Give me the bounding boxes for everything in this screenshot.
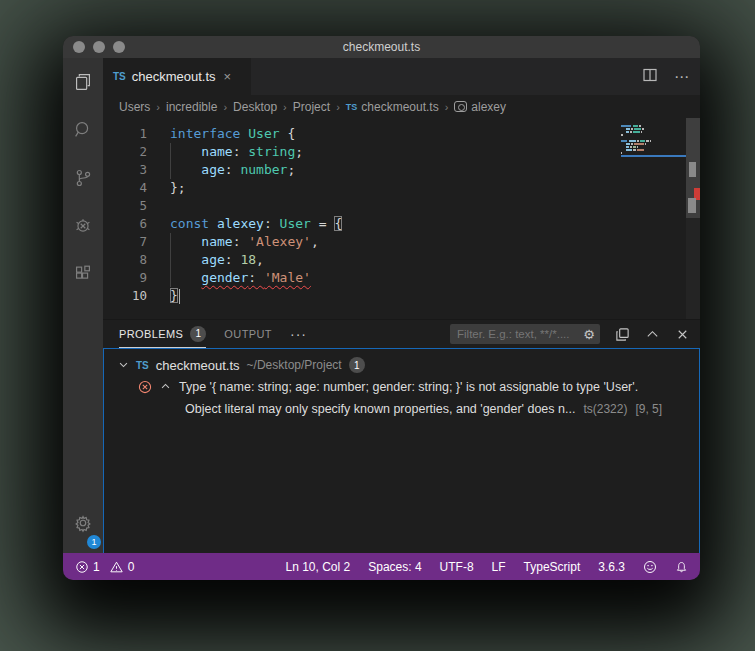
overview-ruler-mark xyxy=(689,162,696,177)
problems-file-path: ~/Desktop/Project xyxy=(247,358,342,372)
code-text: name: 'Alexey', xyxy=(170,233,319,251)
line-number: 4 xyxy=(103,179,147,197)
line-number: 7 xyxy=(103,233,147,251)
tab-problems[interactable]: PROBLEMS 1 xyxy=(119,320,206,348)
title-bar[interactable]: checkmeout.ts xyxy=(63,36,700,58)
split-editor-icon[interactable] xyxy=(642,67,658,87)
code-line-7[interactable]: 7 name: 'Alexey', xyxy=(103,233,700,251)
status-bar: 1 0 Ln 10, Col 2 Spaces: 4 UTF-8 LF Type… xyxy=(63,553,700,580)
tab-output[interactable]: OUTPUT xyxy=(224,320,272,348)
code-line-10[interactable]: 10} xyxy=(103,287,700,305)
code-line-5[interactable]: 5 xyxy=(103,197,700,215)
tab-checkmeout[interactable]: TS checkmeout.ts × xyxy=(103,58,251,95)
code-line-4[interactable]: 4}; xyxy=(103,179,700,197)
problems-file-name: checkmeout.ts xyxy=(156,358,240,373)
minimap-line xyxy=(621,131,683,133)
code-line-9[interactable]: 9 gender: 'Male' xyxy=(103,269,700,287)
error-position: [9, 5] xyxy=(635,402,662,416)
eol-setting[interactable]: LF xyxy=(492,560,506,574)
debug-icon[interactable] xyxy=(63,202,103,250)
code-line-3[interactable]: 3 age: number; xyxy=(103,161,700,179)
search-icon[interactable] xyxy=(63,106,103,154)
status-error-count: 1 xyxy=(93,560,100,574)
minimap-line xyxy=(621,143,683,145)
line-number: 1 xyxy=(103,125,147,143)
breadcrumb-separator: › xyxy=(336,101,340,113)
panel-more-tabs-icon[interactable]: ··· xyxy=(290,326,307,342)
breadcrumb-item-project[interactable]: Project xyxy=(293,100,330,114)
breadcrumb-item-incredible[interactable]: incredible xyxy=(166,100,217,114)
breadcrumb-item-alexey[interactable]: alexey xyxy=(454,100,506,114)
problems-file-row[interactable]: TS checkmeout.ts ~/Desktop/Project 1 xyxy=(104,354,699,376)
editor-scrollbar[interactable] xyxy=(686,118,700,319)
problem-row[interactable]: Type '{ name: string; age: number; gende… xyxy=(104,376,699,398)
overview-ruler-mark xyxy=(688,198,696,213)
problems-filter[interactable]: ⚙ xyxy=(450,324,600,344)
minimap-line xyxy=(621,134,683,136)
typescript-file-icon: TS xyxy=(346,102,358,112)
breadcrumb-label: Project xyxy=(293,100,330,114)
minimap-active-line xyxy=(621,155,689,157)
maximize-panel-icon[interactable] xyxy=(645,327,660,342)
close-panel-icon[interactable] xyxy=(675,327,690,342)
problems-panel: TS checkmeout.ts ~/Desktop/Project 1 Typ… xyxy=(103,348,700,553)
source-control-icon[interactable] xyxy=(63,154,103,202)
code-text: const alexey: User = { xyxy=(170,215,342,233)
breadcrumb-item-checkmeout-ts[interactable]: TScheckmeout.ts xyxy=(346,100,439,114)
breadcrumb-separator: › xyxy=(156,101,160,113)
code-line-6[interactable]: 6const alexey: User = { xyxy=(103,215,700,233)
minimap-line xyxy=(621,152,683,154)
minimap-line xyxy=(621,149,683,151)
breadcrumb-item-desktop[interactable]: Desktop xyxy=(233,100,277,114)
breadcrumb-label: Users xyxy=(119,100,150,114)
symbol-variable-icon xyxy=(454,101,467,112)
problems-status[interactable]: 1 0 xyxy=(75,560,134,574)
minimap-line xyxy=(621,146,683,148)
encoding-setting[interactable]: UTF-8 xyxy=(440,560,474,574)
typescript-file-icon: TS xyxy=(113,71,126,82)
line-number: 2 xyxy=(103,143,147,161)
code-editor[interactable]: 1interface User {2 name: string;3 age: n… xyxy=(103,118,700,320)
breadcrumb-item-users[interactable]: Users xyxy=(119,100,150,114)
line-number: 6 xyxy=(103,215,147,233)
indentation-setting[interactable]: Spaces: 4 xyxy=(368,560,421,574)
notifications-bell-icon[interactable] xyxy=(675,560,688,574)
code-line-2[interactable]: 2 name: string; xyxy=(103,143,700,161)
minimap-line xyxy=(621,125,683,127)
explorer-icon[interactable] xyxy=(63,58,103,106)
settings-gear-icon[interactable]: 1 xyxy=(63,499,103,547)
problems-tab-label: PROBLEMS xyxy=(119,328,183,340)
chevron-down-icon[interactable] xyxy=(118,359,129,372)
problem-detail-row[interactable]: Object literal may only specify known pr… xyxy=(104,398,699,420)
code-text: name: string; xyxy=(170,143,303,161)
more-actions-icon[interactable]: ⋯ xyxy=(674,68,690,86)
code-line-1[interactable]: 1interface User { xyxy=(103,125,700,143)
error-source: ts(2322) xyxy=(583,402,627,416)
minimap[interactable] xyxy=(621,125,683,157)
breadcrumb-label: alexey xyxy=(471,100,506,114)
tab-close-icon[interactable]: × xyxy=(224,69,232,84)
collapse-all-icon[interactable] xyxy=(615,327,630,342)
error-message: Type '{ name: string; age: number; gende… xyxy=(179,380,638,394)
error-icon xyxy=(138,380,152,394)
filter-input[interactable] xyxy=(457,328,583,340)
breadcrumb-label: Desktop xyxy=(233,100,277,114)
file-problems-badge: 1 xyxy=(349,357,365,373)
code-line-8[interactable]: 8 age: 18, xyxy=(103,251,700,269)
chevron-up-icon[interactable] xyxy=(160,381,171,394)
breadcrumb-label: checkmeout.ts xyxy=(361,100,438,114)
status-warning-count: 0 xyxy=(128,560,135,574)
line-number: 9 xyxy=(103,269,147,287)
breadcrumb-label: incredible xyxy=(166,100,217,114)
filter-icon[interactable]: ⚙ xyxy=(583,328,595,341)
language-mode[interactable]: TypeScript xyxy=(524,560,581,574)
code-text: age: number; xyxy=(170,161,295,179)
settings-badge: 1 xyxy=(87,535,101,549)
panel-header: PROBLEMS 1 OUTPUT ··· ⚙ xyxy=(103,320,700,348)
cursor-position[interactable]: Ln 10, Col 2 xyxy=(285,560,350,574)
code-text: }; xyxy=(170,179,186,197)
minimap-line xyxy=(621,140,683,142)
typescript-version[interactable]: 3.6.3 xyxy=(598,560,625,574)
extensions-icon[interactable] xyxy=(63,250,103,298)
feedback-smiley-icon[interactable] xyxy=(643,560,657,574)
